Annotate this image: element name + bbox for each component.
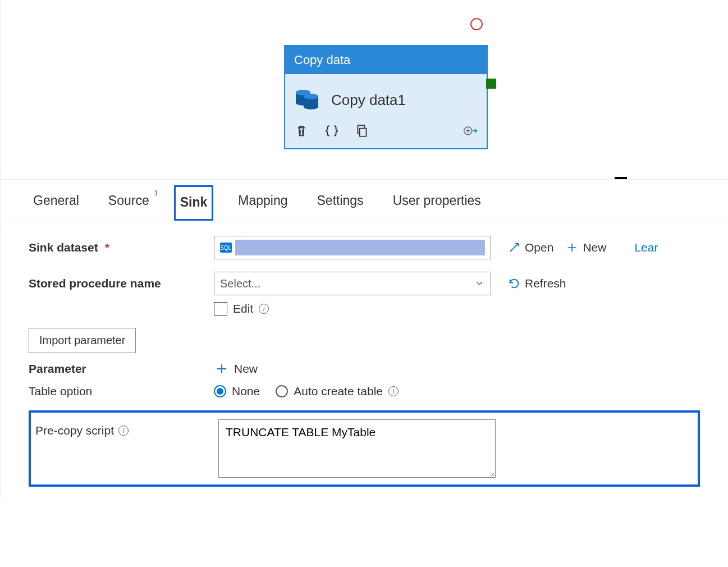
- tab-general[interactable]: General: [29, 185, 84, 221]
- stored-procedure-label: Stored procedure name: [29, 277, 214, 290]
- info-icon[interactable]: i: [388, 386, 399, 396]
- sink-panel: Sink dataset* SQL Open New Lear Stored p…: [0, 221, 728, 498]
- radio-unchecked-icon: [276, 385, 288, 397]
- copy-data-activity[interactable]: Copy data Copy data1: [284, 45, 488, 149]
- parameter-label: Parameter: [29, 362, 214, 376]
- activity-name-text: Copy data1: [331, 92, 406, 109]
- dataset-value-redacted: [235, 240, 485, 255]
- table-option-none[interactable]: None: [214, 385, 260, 398]
- precopy-script-input[interactable]: [218, 419, 496, 478]
- open-button[interactable]: Open: [508, 241, 553, 254]
- sink-dataset-label: Sink dataset*: [29, 241, 214, 254]
- database-copy-icon: [294, 85, 321, 115]
- precopy-label: Pre-copy script i: [35, 419, 218, 437]
- properties-tabs: General Source 1 Sink Mapping Settings U…: [0, 180, 728, 221]
- panel-resize-handle[interactable]: [615, 177, 627, 179]
- clone-icon[interactable]: [355, 124, 369, 140]
- svg-point-3: [304, 94, 318, 99]
- status-indicator-icon: [470, 18, 483, 30]
- sink-dataset-select[interactable]: SQL: [214, 236, 491, 259]
- source-badge: 1: [154, 189, 158, 197]
- edit-checkbox[interactable]: [214, 302, 227, 315]
- tab-settings[interactable]: Settings: [313, 185, 368, 221]
- sql-icon: SQL: [220, 243, 232, 253]
- svg-rect-4: [360, 129, 367, 136]
- code-braces-icon[interactable]: [324, 124, 339, 140]
- table-option-label: Table option: [29, 385, 214, 398]
- add-output-icon[interactable]: [463, 124, 478, 140]
- delete-icon[interactable]: [294, 124, 309, 140]
- precopy-highlight-box: Pre-copy script i: [29, 410, 700, 487]
- pipeline-canvas[interactable]: Copy data Copy data1: [0, 0, 728, 180]
- tab-source[interactable]: Source 1: [104, 185, 154, 221]
- info-icon[interactable]: i: [118, 426, 129, 436]
- refresh-button[interactable]: Refresh: [508, 277, 566, 290]
- output-handle[interactable]: [486, 79, 496, 89]
- chevron-down-icon: [475, 277, 484, 290]
- learn-more-link[interactable]: Lear: [634, 241, 658, 254]
- tab-user-properties[interactable]: User properties: [388, 185, 486, 221]
- radio-checked-icon: [214, 385, 226, 397]
- activity-type-label: Copy data: [285, 46, 487, 74]
- stored-procedure-select[interactable]: Select...: [214, 272, 491, 295]
- tab-sink[interactable]: Sink: [174, 185, 214, 221]
- new-dataset-button[interactable]: New: [566, 241, 606, 254]
- info-icon[interactable]: i: [259, 304, 269, 314]
- new-parameter-button[interactable]: New: [215, 362, 258, 376]
- tab-mapping[interactable]: Mapping: [233, 185, 292, 221]
- edit-label: Edit: [233, 302, 253, 315]
- import-parameter-button[interactable]: Import parameter: [29, 328, 136, 353]
- table-option-auto-create[interactable]: Auto create table i: [276, 385, 399, 398]
